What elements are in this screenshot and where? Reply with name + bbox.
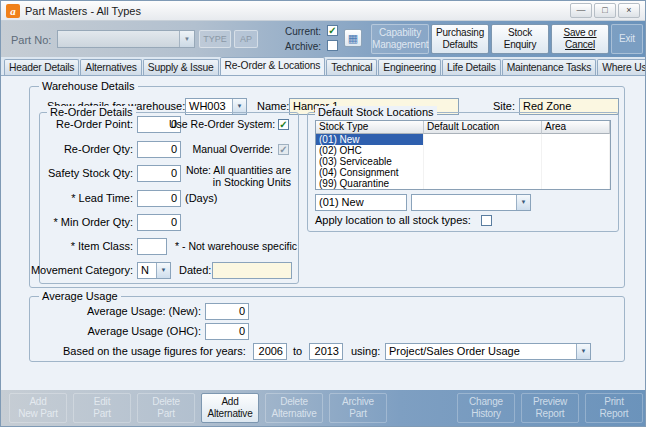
- button-label: History: [458, 408, 514, 420]
- tab-bar: Header Details Alternatives Supply & Iss…: [1, 57, 645, 75]
- use-reorder-system-label: Use Re-Order System:: [169, 116, 273, 133]
- titlebar: a Part Masters - All Types — □ ×: [1, 1, 645, 21]
- button-label: Edit: [74, 396, 130, 408]
- year-from-field[interactable]: 2006: [253, 343, 287, 360]
- usage-method-value: Project/Sales Order Usage: [386, 344, 576, 359]
- table-row[interactable]: (99) Quarantine: [316, 178, 610, 189]
- archive-checkbox[interactable]: [327, 40, 338, 51]
- button-label: Print: [586, 396, 642, 408]
- table-row[interactable]: (03) Serviceable: [316, 156, 610, 167]
- button-label: Add: [202, 396, 258, 408]
- apply-all-checkbox[interactable]: [481, 215, 492, 226]
- column-header-stock-type[interactable]: Stock Type: [316, 121, 424, 134]
- ap-button: AP: [234, 30, 258, 48]
- tab-supply-issue[interactable]: Supply & Issue: [143, 59, 219, 75]
- change-history-button: Change History: [457, 393, 515, 423]
- use-reorder-system-checkbox[interactable]: ✓: [278, 119, 289, 130]
- warehouse-details-group-label: Warehouse Details: [39, 80, 138, 92]
- purchasing-defaults-button[interactable]: Purchasing Defaults: [431, 24, 489, 54]
- default-location-value: [412, 195, 516, 210]
- item-class-field[interactable]: [137, 238, 167, 255]
- tab-alternatives[interactable]: Alternatives: [80, 59, 141, 75]
- using-label: using:: [351, 343, 380, 360]
- button-label: Purchasing: [432, 27, 488, 39]
- tab-technical[interactable]: Technical: [326, 59, 377, 75]
- part-masters-window: a Part Masters - All Types — □ × Part No…: [0, 0, 646, 427]
- average-usage-new-label: Average Usage: (New):: [61, 303, 201, 320]
- column-header-area[interactable]: Area: [542, 121, 610, 134]
- tab-header-details[interactable]: Header Details: [4, 59, 79, 75]
- year-to-field[interactable]: 2013: [309, 343, 343, 360]
- quantities-note-line2: in Stocking Units: [171, 176, 291, 188]
- current-checkbox[interactable]: ✓: [327, 25, 338, 36]
- button-label: Exit: [612, 33, 642, 45]
- browse-button[interactable]: ▦: [344, 29, 362, 47]
- edit-part-button: Edit Part: [73, 393, 131, 423]
- movement-category-select[interactable]: N ▼: [137, 262, 171, 279]
- delete-part-button: Delete Part: [137, 393, 195, 423]
- lead-time-suffix: (Days): [185, 190, 217, 207]
- close-icon[interactable]: ×: [618, 3, 640, 18]
- table-cell-stock-type: (03) Serviceable: [316, 156, 424, 167]
- stock-enquiry-button[interactable]: Stock Enquiry: [491, 24, 549, 54]
- button-label: New Part: [10, 408, 66, 420]
- manual-override-checkbox: ✓: [278, 144, 289, 155]
- usage-method-select[interactable]: Project/Sales Order Usage ▼: [385, 343, 591, 360]
- button-label: Part: [330, 408, 386, 420]
- apply-all-label: Apply location to all stock types:: [315, 213, 471, 227]
- min-order-qty-field[interactable]: 0: [137, 214, 181, 231]
- archive-part-button: Archive Part: [329, 393, 387, 423]
- maximize-icon[interactable]: □: [594, 3, 616, 18]
- app-logo-icon: a: [6, 4, 20, 18]
- min-order-qty-label: * Min Order Qty:: [29, 214, 133, 231]
- capability-management-button: Capability Management: [371, 24, 429, 54]
- exit-button: Exit: [611, 24, 643, 54]
- average-usage-new-field[interactable]: 0: [205, 303, 249, 320]
- table-cell-area: [542, 178, 610, 189]
- header-toolbar: Part No: ▼ TYPE AP Current: ✓ Archive: ▦…: [1, 21, 645, 57]
- lead-time-field[interactable]: 0: [137, 190, 181, 207]
- button-label: Delete: [138, 396, 194, 408]
- tab-reorder-locations[interactable]: Re-Order & Locations: [220, 57, 326, 75]
- reorder-details-group-label: Re-Order Details: [47, 106, 136, 118]
- column-header-default-location[interactable]: Default Location: [424, 121, 542, 134]
- button-label: Change: [458, 396, 514, 408]
- chevron-down-icon: ▼: [179, 31, 194, 47]
- table-cell-stock-type: (01) New: [316, 134, 424, 145]
- save-or-cancel-button[interactable]: Save or Cancel: [551, 24, 609, 54]
- button-label: Preview: [522, 396, 578, 408]
- button-label: Archive: [330, 396, 386, 408]
- tab-maintenance-tasks[interactable]: Maintenance Tasks: [502, 59, 597, 75]
- chevron-down-icon: ▼: [516, 195, 530, 210]
- dated-field: [212, 262, 292, 279]
- add-alternative-button[interactable]: Add Alternative: [201, 393, 259, 423]
- default-location-select[interactable]: ▼: [411, 194, 531, 211]
- table-cell-stock-type: (04) Consignment: [316, 167, 424, 178]
- table-cell-area: [542, 156, 610, 167]
- table-row[interactable]: (04) Consignment: [316, 167, 610, 178]
- button-label: Delete: [266, 396, 322, 408]
- button-label: Report: [522, 408, 578, 420]
- part-no-combo: ▼: [57, 30, 195, 48]
- item-class-label: * Item Class:: [29, 238, 133, 255]
- tab-life-details[interactable]: Life Details: [442, 59, 501, 75]
- table-cell-area: [542, 167, 610, 178]
- window-controls: — □ ×: [570, 3, 640, 18]
- default-stock-locations-group-label: Default Stock Locations: [315, 106, 437, 118]
- table-cell-default-location: [424, 178, 542, 189]
- table-cell-default-location: [424, 156, 542, 167]
- average-usage-ohc-field[interactable]: 0: [205, 323, 249, 340]
- button-label: Save or: [552, 27, 608, 39]
- button-label: Management: [372, 39, 428, 51]
- table-cell-stock-type: (02) OHC: [316, 145, 424, 156]
- preview-report-button: Preview Report: [521, 393, 579, 423]
- tab-engineering[interactable]: Engineering: [378, 59, 441, 75]
- table-row[interactable]: (01) New: [316, 134, 610, 145]
- table-row[interactable]: (02) OHC: [316, 145, 610, 156]
- stock-type-select[interactable]: (01) New: [315, 194, 407, 211]
- button-label: Stock: [492, 27, 548, 39]
- tab-where-used[interactable]: Where Used: [597, 59, 646, 75]
- grid-icon: ▦: [348, 32, 358, 44]
- minimize-icon[interactable]: —: [570, 3, 592, 18]
- footer-toolbar: Add New Part Edit Part Delete Part Add A…: [1, 390, 645, 426]
